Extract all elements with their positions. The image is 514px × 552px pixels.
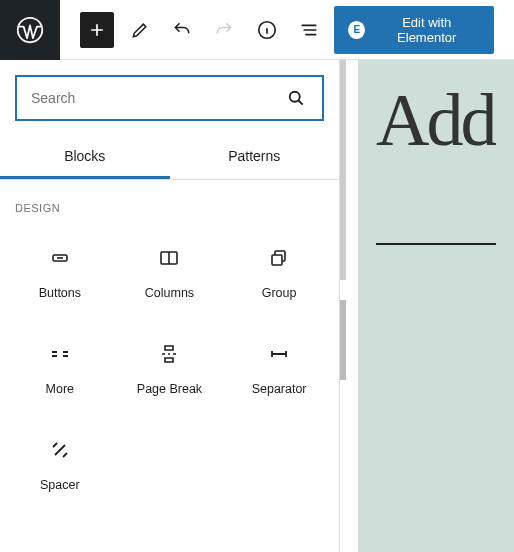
search-container — [0, 60, 339, 136]
block-page-break[interactable]: Page Break — [115, 320, 225, 416]
tab-patterns-label: Patterns — [228, 148, 280, 164]
block-label: Buttons — [39, 286, 81, 300]
columns-icon — [157, 244, 181, 272]
toolbar-tools: E Edit with Elementor — [60, 6, 514, 54]
workspace: Blocks Patterns DESIGN Buttons Columns — [0, 60, 514, 552]
block-group[interactable]: Group — [224, 224, 334, 320]
outline-icon[interactable] — [292, 12, 326, 48]
search-icon — [284, 86, 308, 110]
canvas-scrollbar-thumb[interactable] — [340, 300, 346, 380]
edit-icon[interactable] — [122, 12, 156, 48]
separator-icon — [267, 340, 291, 368]
block-label: Separator — [252, 382, 307, 396]
category-heading: DESIGN — [0, 180, 339, 224]
undo-icon[interactable] — [165, 12, 199, 48]
canvas-scrollbar[interactable] — [340, 60, 346, 280]
block-spacer[interactable]: Spacer — [5, 416, 115, 512]
page-separator — [376, 243, 496, 245]
block-grid: Buttons Columns Group More — [0, 224, 339, 512]
page-title[interactable]: Add — [376, 78, 496, 163]
block-label: Group — [262, 286, 297, 300]
canvas-content[interactable]: Add — [358, 60, 514, 552]
edit-with-elementor-button[interactable]: E Edit with Elementor — [334, 6, 494, 54]
block-more[interactable]: More — [5, 320, 115, 416]
block-label: Columns — [145, 286, 194, 300]
tab-blocks-label: Blocks — [64, 148, 105, 164]
block-buttons[interactable]: Buttons — [5, 224, 115, 320]
elementor-icon: E — [348, 21, 365, 39]
info-icon[interactable] — [250, 12, 284, 48]
svg-point-2 — [290, 92, 300, 102]
group-icon — [267, 244, 291, 272]
buttons-icon — [48, 244, 72, 272]
tab-patterns[interactable]: Patterns — [170, 136, 340, 179]
block-label: Page Break — [137, 382, 202, 396]
more-icon — [48, 340, 72, 368]
block-separator[interactable]: Separator — [224, 320, 334, 416]
block-label: More — [46, 382, 74, 396]
tab-blocks[interactable]: Blocks — [0, 136, 170, 179]
block-inserter-panel: Blocks Patterns DESIGN Buttons Columns — [0, 60, 340, 552]
editor-canvas[interactable]: Add — [340, 60, 514, 552]
block-columns[interactable]: Columns — [115, 224, 225, 320]
inserter-tabs: Blocks Patterns — [0, 136, 339, 180]
search-input[interactable] — [31, 90, 284, 106]
block-label: Spacer — [40, 478, 80, 492]
search-box[interactable] — [15, 75, 324, 121]
svg-point-0 — [18, 17, 43, 42]
spacer-icon — [48, 436, 72, 464]
elementor-button-label: Edit with Elementor — [373, 15, 480, 45]
svg-rect-6 — [272, 255, 282, 265]
editor-toolbar: E Edit with Elementor — [0, 0, 514, 60]
redo-icon — [207, 12, 241, 48]
page-break-icon — [157, 340, 181, 368]
add-block-button[interactable] — [80, 12, 114, 48]
wordpress-logo[interactable] — [0, 0, 60, 60]
